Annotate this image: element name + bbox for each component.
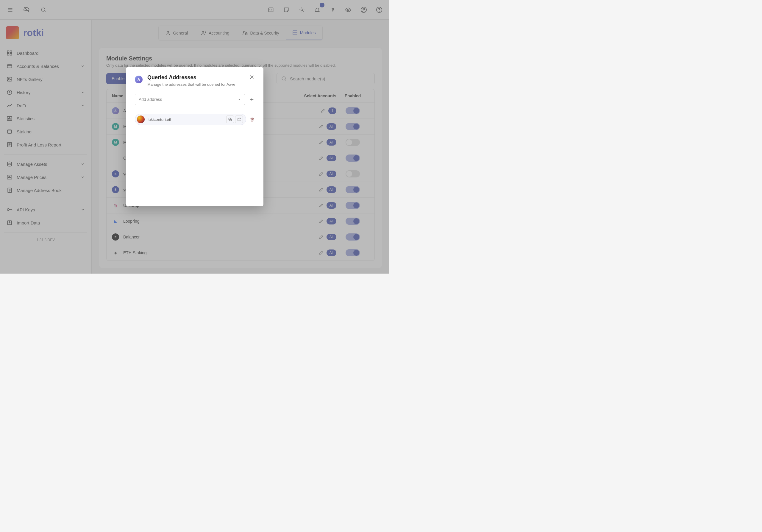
svg-line-72 — [239, 118, 240, 120]
address-avatar-icon — [137, 115, 145, 123]
dropdown-caret-icon — [238, 98, 241, 101]
queried-addresses-modal: A Queried Addresses Manage the addresses… — [126, 67, 264, 206]
address-text: lukicenturi.eth — [148, 117, 223, 122]
modal-subtitle: Manage the addresses that will be querie… — [147, 82, 237, 87]
add-address-button[interactable] — [249, 97, 255, 102]
delete-address-button[interactable] — [250, 117, 255, 122]
modal-overlay[interactable]: A Queried Addresses Manage the addresses… — [0, 0, 389, 273]
svg-marker-67 — [238, 99, 240, 100]
module-icon: A — [135, 76, 143, 83]
address-chip: lukicenturi.eth — [135, 114, 246, 125]
copy-address-button[interactable] — [226, 115, 234, 123]
add-address-placeholder: Add address — [139, 97, 162, 102]
open-external-button[interactable] — [235, 115, 243, 123]
add-address-select[interactable]: Add address — [135, 94, 245, 105]
close-icon[interactable] — [249, 74, 255, 80]
modal-title: Queried Addresses — [147, 74, 244, 81]
